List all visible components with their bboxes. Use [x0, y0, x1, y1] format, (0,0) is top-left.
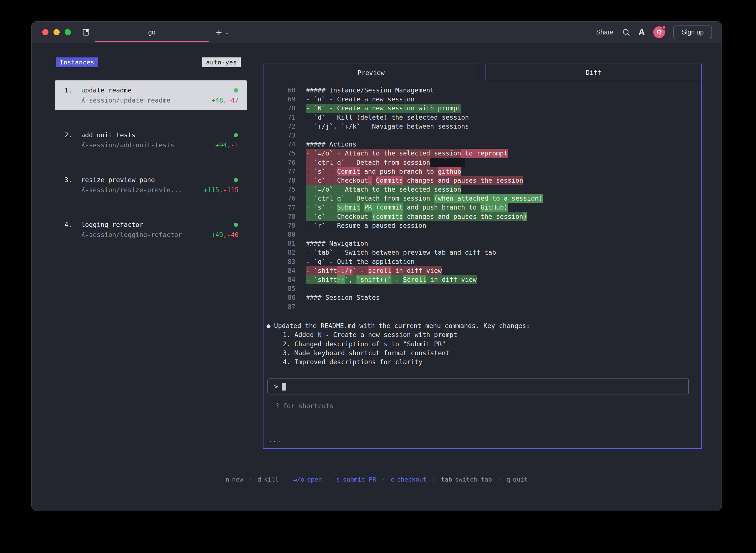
share-button[interactable]: Share: [596, 28, 613, 36]
minimize-window-button[interactable]: [54, 29, 60, 35]
preview-body: 68##### Instance/Session Management69- `…: [263, 81, 702, 449]
line-number: 76: [264, 195, 295, 202]
pane-tabs: Preview Diff: [263, 64, 702, 81]
diff-line: 74##### Actions: [264, 140, 700, 149]
status-dot-icon: [234, 223, 238, 227]
line-number: 69: [264, 95, 295, 103]
summary-item: 3. Made keyboard shortcut format consist…: [283, 348, 530, 358]
line-number: 72: [264, 123, 295, 130]
active-tab-indicator: [95, 41, 209, 42]
diffstat: +94,-1: [215, 142, 239, 149]
status-dot-icon: [234, 178, 238, 182]
auto-yes-badge[interactable]: auto-yes: [202, 58, 241, 67]
line-number: 73: [264, 132, 295, 139]
diff-line: 84- `shift+↑`, `shift+↓` - Scroll in dif…: [264, 275, 700, 284]
diffstat: +48,-47: [211, 97, 239, 104]
diff-lines: 68##### Instance/Session Management69- `…: [264, 86, 700, 311]
diffstat-additions: +115: [204, 186, 219, 193]
shortcuts-hint: ? for shortcuts: [275, 402, 334, 410]
bullet-icon: ●: [267, 322, 271, 329]
summary-item: 4. Improved descriptions for clarity: [283, 358, 530, 367]
instance-branch: ʎ-session/resize-previe...: [81, 186, 182, 193]
titlebar-actions: Share A ⚙ Sign up: [596, 25, 712, 39]
close-window-button[interactable]: [42, 29, 49, 35]
diff-line: 79- `r` - Resume a paused session: [264, 221, 700, 230]
instance-item[interactable]: 4.logging refactorʎ-session/logging-refa…: [55, 215, 247, 245]
menu-item-quit[interactable]: qquit: [506, 476, 528, 483]
instance-title: update readme: [81, 87, 131, 94]
instance-item[interactable]: 2.add unit testsʎ-session/add-unit-tests…: [55, 125, 247, 155]
tab-diff[interactable]: Diff: [485, 64, 702, 81]
app-window: go + ⌄ Share A ⚙ Sign up Instances auto-…: [31, 21, 722, 511]
menu-separator: ·: [327, 476, 331, 483]
diff-line: 77- `s` - Submit PR (commit and push bra…: [264, 203, 700, 212]
status-dot-icon: [234, 133, 238, 137]
menu-separator: ·: [248, 476, 252, 483]
diff-line: 86#### Session States: [264, 293, 700, 302]
tab-diff-label: Diff: [586, 69, 601, 76]
line-number: 68: [264, 87, 295, 94]
traffic-lights: [42, 29, 71, 35]
diff-line: 69- `n` - Create a new session: [264, 95, 700, 104]
instance-item[interactable]: 1.update readmeʎ-session/update-readme+4…: [55, 80, 247, 110]
diff-line: 71- `d` - Kill (delete) the selected ses…: [264, 113, 700, 122]
bookmarks-icon[interactable]: [82, 28, 90, 36]
summary-head: ●Updated the README.md with the current …: [267, 321, 530, 330]
tab-preview-label: Preview: [358, 69, 385, 76]
signup-button[interactable]: Sign up: [673, 25, 712, 39]
zoom-window-button[interactable]: [65, 29, 71, 35]
new-tab-button[interactable]: +: [216, 27, 222, 37]
tab-go[interactable]: go: [95, 21, 209, 43]
line-number: 86: [264, 294, 295, 301]
line-number: 85: [264, 285, 295, 292]
search-icon[interactable]: [622, 28, 630, 36]
line-number: 79: [264, 222, 295, 229]
menu-item-checkout[interactable]: ccheckout: [391, 476, 427, 483]
diff-line: 84- `shift-↓/↑` - scroll in diff view: [264, 266, 700, 275]
diffstat-deletions: ,-1: [227, 142, 239, 149]
diff-line: 75- `↵/o` - Attach to the selected sessi…: [264, 149, 700, 158]
tab-options-chevron-icon[interactable]: ⌄: [224, 28, 229, 36]
line-number: 78: [264, 177, 295, 184]
menu-separator: ·: [381, 476, 385, 483]
diffstat-deletions: ,-115: [219, 186, 239, 193]
instance-branch: ʎ-session/update-readme: [81, 97, 171, 104]
menu-separator: |: [284, 476, 288, 483]
assistant-summary: ●Updated the README.md with the current …: [267, 321, 530, 367]
preview-pane: Preview Diff 68##### Instance/Session Ma…: [263, 64, 702, 449]
menu-item-submit-PR[interactable]: ssubmit PR: [336, 476, 376, 483]
text-cursor: [282, 383, 286, 391]
diff-line: 78- `c` - Checkout (commits changes and …: [264, 212, 700, 221]
line-number: 87: [264, 303, 295, 310]
instances-header-badge: Instances: [56, 58, 98, 67]
line-number: 78: [264, 213, 295, 220]
instance-number: 2.: [65, 131, 81, 139]
menu-item-open[interactable]: ↵/oopen: [293, 476, 322, 483]
menu-item-switch-tab[interactable]: tabswitch tab: [441, 476, 492, 483]
diffstat-deletions: ,-40: [223, 231, 239, 238]
diffstat: +115,-115: [204, 186, 239, 193]
ai-assistant-icon[interactable]: A: [639, 27, 645, 37]
instance-branch: ʎ-session/logging-refactor: [81, 231, 182, 238]
diff-line: 83- `q` - Quit the application: [264, 257, 700, 266]
menu-item-kill[interactable]: dkill: [257, 476, 279, 483]
diffstat-additions: +48: [211, 97, 223, 104]
diff-line: 68##### Instance/Session Management: [264, 86, 700, 95]
line-number: 75: [264, 150, 295, 157]
line-number: 82: [264, 249, 295, 256]
prompt-input[interactable]: >: [267, 379, 689, 394]
line-number: 81: [264, 240, 295, 247]
avatar[interactable]: ⚙: [653, 26, 665, 38]
diff-line: 85: [264, 284, 700, 293]
instance-item[interactable]: 3.resize preview paneʎ-session/resize-pr…: [55, 170, 247, 200]
line-number: 74: [264, 141, 295, 148]
instance-title: add unit tests: [81, 131, 135, 139]
diffstat-additions: +94: [215, 142, 227, 149]
diff-line: 73: [264, 131, 700, 140]
diff-line: 76- `ctrl-q` - Detach from session (when…: [264, 194, 700, 203]
menu-item-new[interactable]: nnew: [225, 476, 243, 483]
diff-line: 87: [264, 302, 700, 311]
tab-preview[interactable]: Preview: [263, 64, 479, 81]
shortcut-menu-bar: nnew·dkill|↵/oopen·ssubmit PR·ccheckout|…: [32, 476, 722, 483]
line-number: 77: [264, 204, 295, 211]
